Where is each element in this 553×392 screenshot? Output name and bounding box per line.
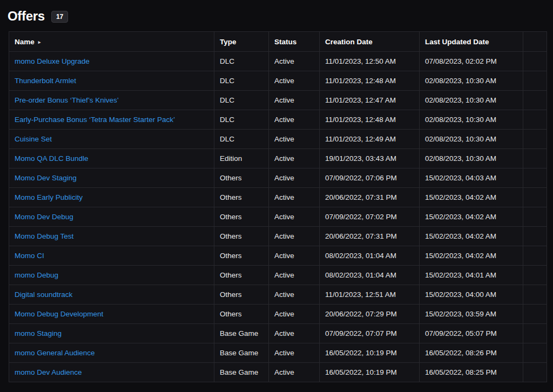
cell-type: Edition <box>214 149 269 168</box>
table-row: Cuisine SetDLCActive11/01/2023, 12:49 AM… <box>9 130 547 149</box>
cell-empty <box>523 207 547 227</box>
cell-last-updated-date: 15/02/2023, 03:59 AM <box>420 305 523 324</box>
cell-type: Others <box>214 168 269 188</box>
offers-table-container: Name▸ Type Status Creation Date Last Upd… <box>9 31 547 382</box>
cell-last-updated-date: 02/08/2023, 10:30 AM <box>420 91 523 110</box>
cell-creation-date: 08/02/2023, 01:04 AM <box>320 266 420 285</box>
cell-creation-date: 11/01/2023, 12:48 AM <box>320 71 420 91</box>
cell-type: Base Game <box>214 343 269 363</box>
cell-status: Active <box>269 285 320 305</box>
cell-last-updated-date: 02/08/2023, 10:30 AM <box>420 149 523 168</box>
offer-name-link[interactable]: Momo Early Publicity <box>15 193 83 201</box>
cell-last-updated-date: 15/02/2023, 04:03 AM <box>420 168 523 188</box>
column-header-creation-date-label: Creation Date <box>325 38 373 46</box>
cell-type: Others <box>214 246 269 266</box>
column-header-last-updated-date-label: Last Updated Date <box>425 38 489 46</box>
offers-count-badge: 17 <box>51 11 68 23</box>
column-header-status[interactable]: Status <box>269 32 320 52</box>
table-row: Momo Dev StagingOthersActive07/09/2022, … <box>9 168 547 188</box>
cell-creation-date: 16/05/2022, 10:19 PM <box>320 343 420 363</box>
offer-name-link[interactable]: Momo Debug Test <box>15 232 73 240</box>
cell-type: DLC <box>214 130 269 149</box>
cell-type: Others <box>214 188 269 207</box>
cell-name: Momo Debug Development <box>9 305 214 324</box>
offer-name-link[interactable]: Thunderbolt Armlet <box>15 77 76 85</box>
offer-name-link[interactable]: Cuisine Set <box>15 135 52 143</box>
cell-status: Active <box>269 110 320 130</box>
cell-last-updated-date: 15/02/2023, 04:02 AM <box>420 246 523 266</box>
table-row: Momo Early PublicityOthersActive20/06/20… <box>9 188 547 207</box>
cell-status: Active <box>269 130 320 149</box>
table-row: Momo Dev DebugOthersActive07/09/2022, 07… <box>9 207 547 227</box>
offer-name-link[interactable]: Momo CI <box>15 252 44 260</box>
cell-empty <box>523 227 547 246</box>
offer-name-link[interactable]: Momo Debug Development <box>15 310 103 318</box>
cell-status: Active <box>269 227 320 246</box>
cell-status: Active <box>269 343 320 363</box>
table-row: momo Deluxe UpgradeDLCActive11/01/2023, … <box>9 52 547 71</box>
cell-name: momo General Audience <box>9 343 214 363</box>
offer-name-link[interactable]: momo General Audience <box>15 349 95 357</box>
cell-empty <box>523 363 547 382</box>
cell-status: Active <box>269 305 320 324</box>
cell-type: Others <box>214 227 269 246</box>
offer-name-link[interactable]: Digital soundtrack <box>15 290 72 299</box>
cell-creation-date: 07/09/2022, 07:07 PM <box>320 324 420 343</box>
column-header-type[interactable]: Type <box>214 32 269 52</box>
offer-name-link[interactable]: Momo Dev Debug <box>15 213 73 221</box>
cell-last-updated-date: 02/08/2023, 10:30 AM <box>420 110 523 130</box>
cell-creation-date: 11/01/2023, 12:49 AM <box>320 130 420 149</box>
cell-creation-date: 07/09/2022, 07:06 PM <box>320 168 420 188</box>
column-header-last-updated-date[interactable]: Last Updated Date <box>420 32 523 52</box>
table-row: Thunderbolt ArmletDLCActive11/01/2023, 1… <box>9 71 547 91</box>
cell-last-updated-date: 15/02/2023, 04:01 AM <box>420 266 523 285</box>
table-row: Pre-order Bonus ‘Thief’s Knives’DLCActiv… <box>9 91 547 110</box>
cell-name: Thunderbolt Armlet <box>9 71 214 91</box>
column-header-name[interactable]: Name▸ <box>9 32 214 52</box>
offer-name-link[interactable]: momo Staging <box>15 329 62 337</box>
cell-empty <box>523 110 547 130</box>
cell-empty <box>523 52 547 71</box>
offer-name-link[interactable]: momo Dev Audience <box>15 368 82 376</box>
column-header-creation-date[interactable]: Creation Date <box>320 32 420 52</box>
cell-creation-date: 16/05/2022, 10:19 PM <box>320 363 420 382</box>
offer-name-link[interactable]: momo Debug <box>15 271 58 279</box>
cell-type: DLC <box>214 52 269 71</box>
cell-last-updated-date: 15/02/2023, 04:00 AM <box>420 285 523 305</box>
cell-status: Active <box>269 188 320 207</box>
cell-creation-date: 20/06/2022, 07:31 PM <box>320 188 420 207</box>
cell-type: Others <box>214 285 269 305</box>
cell-last-updated-date: 15/02/2023, 04:02 AM <box>420 227 523 246</box>
cell-type: Others <box>214 207 269 227</box>
cell-name: momo Dev Audience <box>9 363 214 382</box>
table-row: Momo QA DLC BundleEditionActive19/01/202… <box>9 149 547 168</box>
sort-arrow-icon: ▸ <box>38 39 41 45</box>
cell-empty <box>523 305 547 324</box>
cell-empty <box>523 324 547 343</box>
cell-last-updated-date: 16/05/2022, 08:25 PM <box>420 363 523 382</box>
cell-empty <box>523 343 547 363</box>
cell-status: Active <box>269 207 320 227</box>
offer-name-link[interactable]: Early-Purchase Bonus ‘Tetra Master Start… <box>15 116 175 124</box>
table-row: Momo CIOthersActive08/02/2023, 01:04 AM1… <box>9 246 547 266</box>
cell-name: Momo Dev Debug <box>9 207 214 227</box>
table-row: momo DebugOthersActive08/02/2023, 01:04 … <box>9 266 547 285</box>
offer-name-link[interactable]: Pre-order Bonus ‘Thief’s Knives’ <box>15 96 119 104</box>
offer-name-link[interactable]: Momo QA DLC Bundle <box>15 154 89 163</box>
cell-empty <box>523 130 547 149</box>
cell-name: Momo QA DLC Bundle <box>9 149 214 168</box>
cell-name: momo Deluxe Upgrade <box>9 52 214 71</box>
cell-creation-date: 08/02/2023, 01:04 AM <box>320 246 420 266</box>
offer-name-link[interactable]: momo Deluxe Upgrade <box>15 57 90 65</box>
cell-type: Others <box>214 266 269 285</box>
cell-type: Base Game <box>214 363 269 382</box>
offer-name-link[interactable]: Momo Dev Staging <box>15 174 77 182</box>
cell-creation-date: 11/01/2023, 12:51 AM <box>320 285 420 305</box>
cell-name: Momo Debug Test <box>9 227 214 246</box>
cell-type: Base Game <box>214 324 269 343</box>
cell-type: DLC <box>214 110 269 130</box>
offers-table-body: momo Deluxe UpgradeDLCActive11/01/2023, … <box>9 52 547 382</box>
cell-last-updated-date: 16/05/2022, 08:26 PM <box>420 343 523 363</box>
column-header-name-label: Name <box>15 38 35 46</box>
page-title: Offers <box>8 9 45 23</box>
